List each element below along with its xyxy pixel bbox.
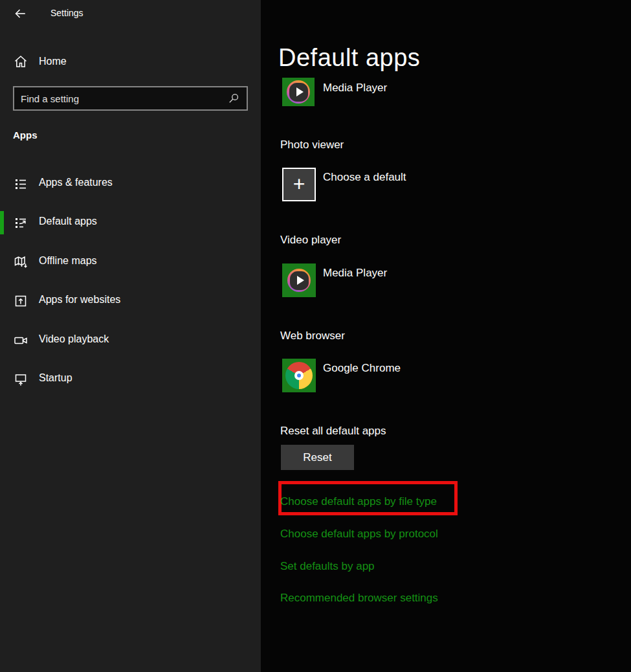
sidebar-item-home[interactable]: Home	[0, 49, 261, 74]
photo-viewer-app-name[interactable]: Choose a default	[323, 171, 406, 184]
choose-default-button[interactable]: +	[282, 168, 316, 201]
reset-button[interactable]: Reset	[281, 445, 354, 470]
sidebar-item-label: Offline maps	[39, 255, 97, 267]
web-browser-app-name[interactable]: Google Chrome	[323, 362, 401, 375]
media-player-ring	[287, 269, 311, 292]
play-icon	[297, 276, 304, 285]
link-choose-default-apps-by-file-type[interactable]: Choose default apps by file type	[280, 495, 437, 508]
sidebar-item-label: Startup	[39, 372, 72, 384]
video-player-heading: Video player	[280, 234, 341, 247]
link-choose-default-apps-by-protocol[interactable]: Choose default apps by protocol	[280, 528, 438, 541]
apps-for-websites-icon	[13, 293, 28, 311]
sidebar-item-startup[interactable]: Startup	[0, 368, 261, 391]
page-title: Default apps	[278, 44, 420, 72]
home-icon	[13, 54, 28, 72]
chrome-hub-icon	[294, 371, 304, 380]
sidebar: Settings Home Apps	[0, 0, 261, 672]
media-player-app-icon[interactable]	[282, 263, 316, 297]
media-player-app-icon[interactable]	[282, 78, 315, 106]
sidebar-item-apps-for-websites[interactable]: Apps for websites	[0, 289, 261, 313]
sidebar-item-label: Apps & features	[39, 177, 113, 188]
sidebar-item-label: Default apps	[39, 216, 97, 227]
sidebar-item-apps-features[interactable]: Apps & features	[0, 172, 261, 196]
link-set-defaults-by-app[interactable]: Set defaults by app	[280, 560, 375, 573]
selection-accent-bar	[0, 211, 4, 234]
settings-window: Settings Home Apps	[0, 0, 631, 672]
search-box	[13, 86, 248, 111]
media-player-core	[289, 83, 308, 102]
plus-icon: +	[293, 174, 305, 194]
offline-maps-icon	[13, 254, 28, 273]
media-player-core	[290, 271, 309, 290]
back-button[interactable]	[12, 5, 28, 22]
web-browser-heading: Web browser	[280, 330, 345, 342]
search-input[interactable]	[14, 87, 227, 109]
back-arrow-icon	[13, 6, 27, 21]
search-icon[interactable]	[227, 92, 240, 105]
sidebar-item-default-apps[interactable]: Default apps	[0, 211, 261, 234]
sidebar-section-heading: Apps	[13, 129, 38, 140]
startup-icon	[13, 372, 28, 390]
apps-features-icon	[13, 176, 28, 194]
window-title: Settings	[50, 8, 83, 18]
photo-viewer-heading: Photo viewer	[280, 139, 344, 151]
media-player-ring	[287, 80, 310, 104]
chrome-logo-icon	[285, 362, 313, 389]
play-icon	[296, 87, 304, 96]
sidebar-item-label: Apps for websites	[39, 294, 120, 306]
sidebar-item-label: Video playback	[39, 333, 109, 345]
sidebar-item-label: Home	[39, 56, 67, 67]
reset-section-heading: Reset all default apps	[280, 425, 386, 438]
main-panel: Default apps Media Player Photo viewer +…	[261, 0, 631, 672]
music-player-app-name[interactable]: Media Player	[323, 82, 387, 95]
sidebar-item-offline-maps[interactable]: Offline maps	[0, 251, 261, 274]
default-apps-icon	[13, 215, 28, 233]
video-playback-icon	[13, 333, 28, 351]
link-recommended-browser-settings[interactable]: Recommended browser settings	[280, 592, 438, 605]
sidebar-item-video-playback[interactable]: Video playback	[0, 329, 261, 352]
google-chrome-app-icon[interactable]	[282, 359, 316, 392]
video-player-app-name[interactable]: Media Player	[323, 267, 387, 280]
